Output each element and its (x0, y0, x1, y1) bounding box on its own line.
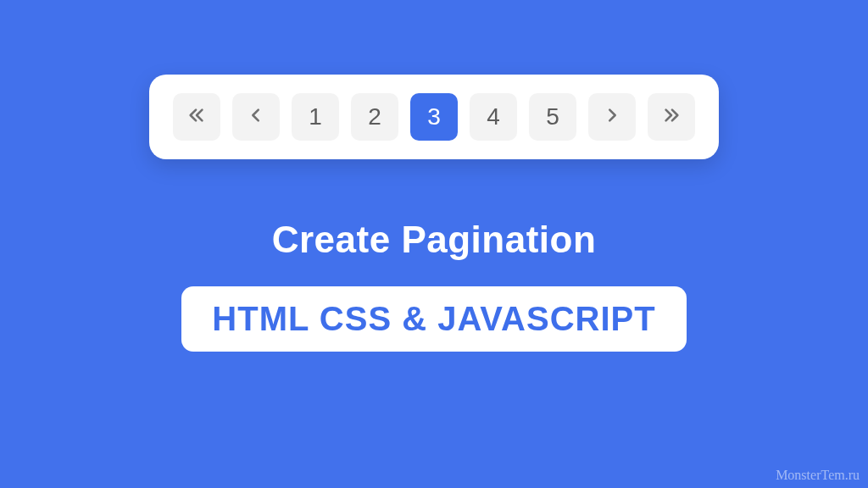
page-2-button[interactable]: 2 (351, 93, 398, 141)
page-number-label: 4 (487, 103, 500, 130)
page-number-label: 1 (309, 103, 322, 130)
next-page-button[interactable] (588, 93, 636, 141)
pagination-container: 1 2 3 4 5 (149, 75, 719, 159)
page-4-button[interactable]: 4 (470, 93, 517, 141)
subtitle-text: HTML CSS & JAVASCRIPT (212, 300, 655, 338)
page-5-button[interactable]: 5 (529, 93, 576, 141)
double-chevron-right-icon (659, 103, 683, 130)
page-heading: Create Pagination (272, 219, 597, 261)
chevron-right-icon (603, 103, 621, 130)
subtitle-box: HTML CSS & JAVASCRIPT (181, 286, 686, 352)
page-number-label: 2 (368, 103, 381, 130)
chevron-left-icon (247, 103, 265, 130)
prev-page-button[interactable] (232, 93, 280, 141)
page-number-label: 3 (427, 103, 441, 130)
last-page-button[interactable] (648, 93, 695, 141)
first-page-button[interactable] (173, 93, 220, 141)
page-1-button[interactable]: 1 (292, 93, 339, 141)
page-3-button[interactable]: 3 (410, 93, 458, 141)
double-chevron-left-icon (185, 103, 209, 130)
watermark: MonsterTem.ru (776, 468, 860, 483)
page-number-label: 5 (546, 103, 559, 130)
